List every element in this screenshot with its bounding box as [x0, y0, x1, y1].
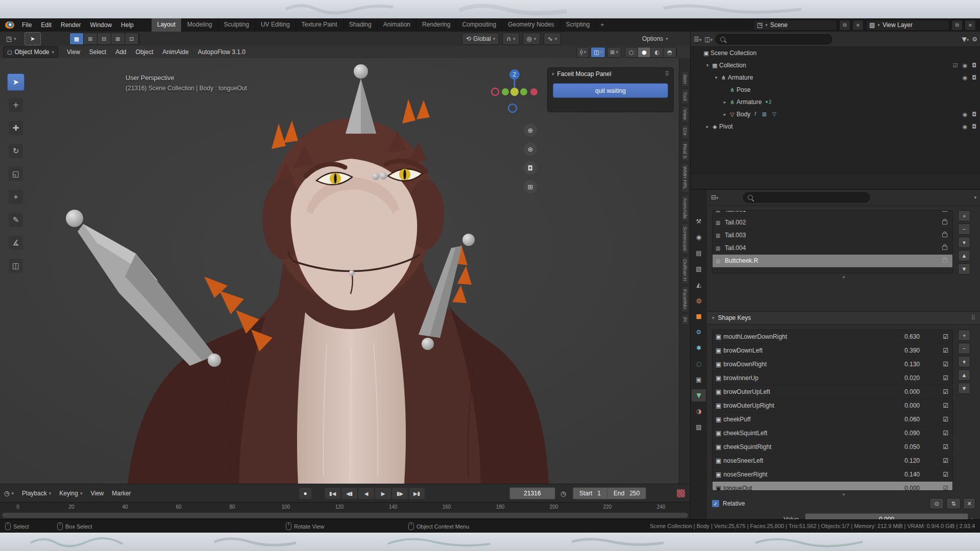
start-frame-field[interactable]: Start 1 [573, 488, 607, 499]
vertex-group-row[interactable]: ▥Tail.002 [713, 216, 952, 229]
snap-magnet[interactable]: ∩▾ [502, 33, 519, 45]
filter-icon[interactable]: ▼▾ [962, 36, 969, 43]
workspace-tab-sculpting[interactable]: Sculpting [218, 18, 255, 32]
jump-to-start-button[interactable]: ▮◀ [325, 488, 340, 499]
sidebar-tab-tool[interactable]: Tool [681, 89, 689, 104]
timeline-overlay-icon[interactable] [677, 489, 685, 497]
mute-checkbox[interactable]: ☑ [943, 388, 948, 395]
shape-key-row-browDownRight[interactable]: ▣browDownRight0.130☑ [713, 358, 952, 371]
shading-material[interactable]: ◐ [651, 47, 664, 57]
timeline-menu-keying[interactable]: Keying▾ [55, 490, 86, 497]
transform-tool[interactable]: ⌖ [9, 190, 23, 204]
mode-extend[interactable]: ⊞ [84, 33, 97, 44]
sidebar-tab-pi[interactable]: PI [681, 314, 689, 325]
measure-tool[interactable]: ∡ [9, 236, 23, 250]
shape-key-row-cheekSquintRight[interactable]: ▣cheekSquintRight0.050☑ [713, 440, 952, 454]
view-layer-tab[interactable]: ▧ [692, 263, 706, 275]
end-frame-field[interactable]: End 250 [607, 488, 646, 499]
resize-grip[interactable]: ● [842, 274, 845, 280]
orientation-select[interactable]: ⟲Global▾ [462, 33, 499, 45]
cursor-tool[interactable]: + [9, 98, 23, 112]
sidebar-tab-animaide[interactable]: AnimAide [681, 195, 689, 222]
prev-keyframe-button[interactable]: ◀▮ [341, 488, 357, 499]
sidebar-tab-wmh-hrl[interactable]: WMH HRL [681, 163, 689, 192]
texture-tab[interactable]: ▨ [692, 421, 706, 433]
camera-toggle-icon[interactable]: ◘ [972, 62, 976, 69]
shape-key-edit-mode-button[interactable]: ⊙ [929, 498, 944, 509]
vertex-group-row[interactable]: ▥Buttcheek.R [713, 255, 952, 267]
shape-key-value[interactable]: 0.060 [904, 416, 920, 423]
sidebar-tab-real-s[interactable]: Real S [681, 141, 689, 162]
outliner-filter-id[interactable]: ◫▾ [704, 36, 713, 43]
shape-key-pin-button[interactable]: ⇅ [946, 498, 961, 509]
shape-key-value[interactable]: 0.000 [904, 402, 920, 409]
disclosure-icon[interactable]: ▾ [704, 63, 710, 68]
menu-file[interactable]: File [17, 21, 36, 29]
mode-selector[interactable]: ▢ Object Mode▾ [3, 46, 58, 58]
play-button[interactable]: ▶ [375, 488, 391, 499]
timeline-menu-view[interactable]: View [86, 490, 108, 497]
material-tab[interactable]: ◑ [692, 405, 706, 417]
shape-key-specials-button[interactable]: ▾ [958, 356, 970, 367]
eye-toggle-icon[interactable]: ◉ [963, 62, 968, 69]
workspace-tab-uv-editing[interactable]: UV Editing [255, 18, 296, 32]
mute-checkbox[interactable]: ☑ [943, 430, 948, 437]
mute-checkbox[interactable]: ☑ [943, 374, 948, 382]
shape-key-row-browOuterUpRight[interactable]: ▣browOuterUpRight0.000☑ [713, 399, 952, 413]
mode-set[interactable]: ▦ [70, 33, 84, 44]
shape-key-row-browOuterUpLeft[interactable]: ▣browOuterUpLeft0.000☑ [713, 385, 952, 399]
workspace-tab-texture-paint[interactable]: Texture Paint [296, 18, 344, 32]
add-workspace-button[interactable]: + [596, 19, 609, 31]
shape-key-row-browInnerUp[interactable]: ▣browInnerUp0.020☑ [713, 371, 952, 385]
camera-toggle-icon[interactable]: ◘ [972, 111, 976, 118]
sidebar-tab-faceitmo[interactable]: FaceitMo [681, 286, 689, 312]
jump-to-end-button[interactable]: ▶▮ [409, 488, 425, 499]
shape-key-value[interactable]: 0.000 [904, 485, 920, 491]
mute-checkbox[interactable]: ☑ [943, 443, 948, 450]
shape-key-row-browDownLeft[interactable]: ▣browDownLeft0.390☑ [713, 344, 952, 358]
scale-tool[interactable]: ◱ [9, 167, 23, 181]
move-shape-key-down-button[interactable]: ▼ [958, 383, 970, 394]
shape-key-row-mouthLowerDownRight[interactable]: ▣mouthLowerDownRight0.630☑ [713, 330, 952, 344]
eye-toggle-icon[interactable]: ◉ [963, 123, 968, 130]
resize-grip[interactable]: ● [842, 492, 845, 497]
outliner-row-pivot[interactable]: ▸◈Pivot◉◘ [691, 120, 980, 133]
eye-toggle-icon[interactable]: ◉ [963, 111, 968, 118]
shape-keys-panel-header[interactable]: ▾ Shape Keys ⠿ [707, 311, 980, 324]
modifiers-tab[interactable]: ⚙ [692, 326, 706, 338]
mute-checkbox[interactable]: ☑ [943, 416, 948, 423]
timeline-ruler[interactable]: 020406080100120140160180200220240 [0, 502, 690, 520]
new-view-layer-button[interactable]: ⧉ [951, 20, 963, 31]
workspace-tab-animation[interactable]: Animation [378, 18, 416, 32]
workspace-tab-scripting[interactable]: Scripting [560, 18, 596, 32]
active-tool-button[interactable]: ➤ [24, 32, 41, 45]
workspace-tab-layout[interactable]: Layout [152, 18, 182, 32]
sidebar-tab-cre[interactable]: Cre [681, 124, 689, 138]
view-layer-selector[interactable]: ▧▾ View Layer [866, 20, 949, 31]
camera-view-toggle[interactable]: ◘ [524, 161, 537, 174]
active-tool-overlay-button[interactable]: ➤ [7, 73, 24, 91]
workspace-tab-modeling[interactable]: Modeling [182, 18, 218, 32]
outliner-options-icon[interactable]: ⚙ [972, 36, 977, 43]
add-cube-tool[interactable]: ◫ [9, 259, 23, 273]
mute-checkbox[interactable]: ☑ [943, 333, 948, 340]
viewport-menu-object[interactable]: Object [131, 48, 158, 56]
editor-type-selector[interactable]: ◳▾ [3, 33, 19, 44]
collapse-icon[interactable]: ▾ [552, 71, 554, 77]
pan-tool[interactable]: ⊛ [524, 142, 537, 156]
sidebar-tab-view[interactable]: View [681, 106, 689, 122]
mode-invert[interactable]: ⊠ [111, 33, 125, 44]
ortho-toggle[interactable]: ⊞ [524, 180, 537, 193]
play-reverse-button[interactable]: ◀ [358, 488, 374, 499]
physics-tab[interactable]: ◌ [692, 358, 706, 370]
tool-tab[interactable]: ⚒ [692, 215, 706, 228]
blender-logo-icon[interactable] [5, 21, 14, 29]
lock-icon[interactable] [942, 246, 947, 250]
add-shape-key-button[interactable]: ＋ [958, 330, 970, 341]
shading-wireframe[interactable]: ○ [625, 47, 638, 57]
auto-key-button[interactable]: ● [299, 488, 311, 499]
disclosure-icon[interactable]: ▸ [722, 112, 728, 117]
object-data-tab[interactable]: ▼ [692, 389, 706, 402]
shape-key-row-tongueOut[interactable]: ▣tongueOut0.000☑ [713, 482, 952, 491]
viewport-menu-select[interactable]: Select [85, 48, 111, 56]
